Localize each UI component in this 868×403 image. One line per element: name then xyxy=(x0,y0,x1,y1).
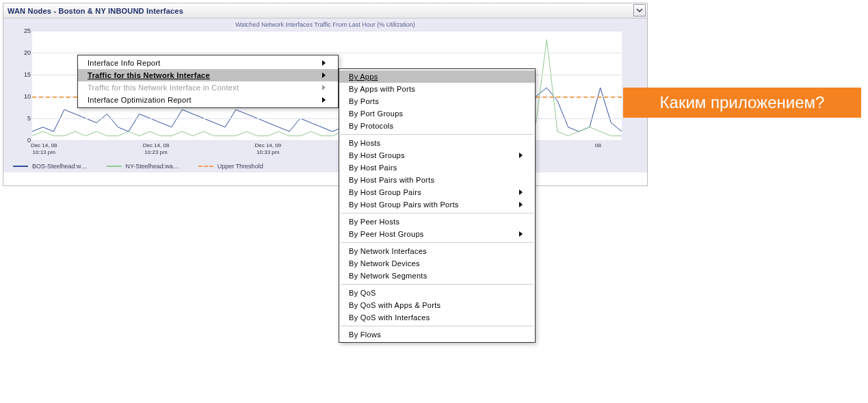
legend-item: BOS-Steelhead:w… xyxy=(13,163,88,170)
menu-item[interactable]: By Flows xyxy=(339,328,535,341)
menu-item[interactable]: By QoS with Apps & Ports xyxy=(339,299,535,311)
menu-separator xyxy=(341,134,534,135)
menu-item[interactable]: By Ports xyxy=(339,95,535,107)
panel-header: WAN Nodes - Boston & NY INBOUND Interfac… xyxy=(3,3,647,18)
menu-item-label: By Apps with Ports xyxy=(349,85,415,93)
menu-item[interactable]: By Host Groups xyxy=(339,149,535,161)
menu-item[interactable]: By Network Interfaces xyxy=(339,245,535,257)
menu-item[interactable]: By Apps with Ports xyxy=(339,83,535,95)
x-tick: Dec 14, 0810:13 pm xyxy=(23,142,64,155)
legend-item: Upper Threshold xyxy=(198,163,263,170)
y-axis: 0510152025 xyxy=(18,31,32,140)
menu-item[interactable]: By Host Pairs xyxy=(339,161,535,174)
legend-label: Upper Threshold xyxy=(218,163,263,170)
submenu-arrow-icon xyxy=(322,97,326,103)
legend-swatch xyxy=(13,166,28,167)
menu-separator xyxy=(341,284,534,285)
legend-swatch xyxy=(107,166,122,167)
menu-item-label: By Protocols xyxy=(349,122,393,130)
menu-item: Traffic for this Network Interface in Co… xyxy=(78,81,338,94)
panel-title: WAN Nodes - Boston & NY INBOUND Interfac… xyxy=(8,7,183,15)
menu-item[interactable]: By Port Groups xyxy=(339,107,535,120)
y-tick: 15 xyxy=(24,71,31,78)
menu-item[interactable]: Interface Info Report xyxy=(78,57,338,69)
menu-item[interactable]: By Hosts xyxy=(339,137,535,149)
chart-title: Watched Network Interfaces Traffic From … xyxy=(3,21,647,28)
y-tick: 5 xyxy=(27,115,31,122)
menu-item[interactable]: By Host Group Pairs xyxy=(339,186,535,198)
menu-item-label: By Ports xyxy=(349,97,379,105)
menu-item[interactable]: By QoS xyxy=(339,287,535,299)
legend-item: NY-Steelhead:wa… xyxy=(107,163,179,170)
menu-item-label: By Hosts xyxy=(349,139,380,147)
menu-item-label: By QoS with Apps & Ports xyxy=(349,301,440,309)
menu-item-label: Interface Optimization Report xyxy=(88,96,192,104)
legend-label: BOS-Steelhead:w… xyxy=(32,163,88,170)
menu-item[interactable]: By QoS with Interfaces xyxy=(339,311,535,324)
menu-item-label: By Peer Hosts xyxy=(349,218,399,226)
gridline xyxy=(32,53,622,53)
menu-separator xyxy=(341,326,534,326)
menu-item-label: By Network Interfaces xyxy=(349,247,427,255)
menu-item-label: Interface Info Report xyxy=(88,59,161,67)
chevron-down-icon xyxy=(636,7,643,14)
menu-item-label: By QoS with Interfaces xyxy=(349,313,430,322)
menu-item[interactable]: By Protocols xyxy=(339,120,535,132)
submenu-arrow-icon xyxy=(322,85,326,90)
menu-item-label: By QoS xyxy=(349,289,376,297)
submenu-arrow-icon xyxy=(519,202,523,207)
menu-separator xyxy=(341,213,534,213)
submenu-arrow-icon xyxy=(519,190,523,195)
menu-item-label: By Host Pairs xyxy=(349,164,397,172)
panel-dropdown-button[interactable] xyxy=(633,4,646,16)
chart-legend: BOS-Steelhead:w…NY-Steelhead:wa…Upper Th… xyxy=(13,163,263,170)
submenu-arrow-icon xyxy=(322,73,326,78)
menu-item-label: By Host Group Pairs with Ports xyxy=(349,200,459,209)
menu-item-label: By Peer Host Groups xyxy=(349,230,424,238)
menu-item[interactable]: By Network Segments xyxy=(339,270,535,282)
menu-item-label: By Host Pairs with Ports xyxy=(349,176,434,184)
menu-item-label: By Network Segments xyxy=(349,272,428,280)
submenu-arrow-icon xyxy=(519,153,523,158)
submenu-arrow-icon xyxy=(322,60,326,66)
y-tick: 20 xyxy=(24,49,31,56)
menu-item-label: By Apps xyxy=(349,73,378,81)
menu-item[interactable]: Interface Optimization Report xyxy=(78,94,338,106)
gridline xyxy=(32,31,622,31)
menu-item[interactable]: By Peer Hosts xyxy=(339,216,535,228)
menu-item-label: By Flows xyxy=(349,330,381,339)
submenu-arrow-icon xyxy=(519,231,523,237)
menu-item-label: By Network Devices xyxy=(349,259,420,268)
menu-item[interactable]: By Network Devices xyxy=(339,257,535,270)
x-tick: Dec 14, 0810:23 pm xyxy=(135,142,176,155)
x-tick: 08 xyxy=(578,142,619,149)
menu-item-label: By Host Group Pairs xyxy=(349,188,421,196)
callout-text: Каким приложением? xyxy=(660,93,825,112)
context-menu-primary: Interface Info ReportTraffic for this Ne… xyxy=(77,55,339,108)
menu-item[interactable]: Traffic for this Network Interface xyxy=(78,69,338,81)
y-tick: 25 xyxy=(24,27,31,34)
menu-item[interactable]: By Peer Host Groups xyxy=(339,228,535,240)
menu-item[interactable]: By Apps xyxy=(339,70,535,83)
menu-item-label: By Port Groups xyxy=(349,109,403,118)
menu-separator xyxy=(341,242,534,243)
menu-item-label: Traffic for this Network Interface in Co… xyxy=(88,83,239,92)
menu-item[interactable]: By Host Pairs with Ports xyxy=(339,174,535,186)
y-tick: 10 xyxy=(24,93,31,100)
menu-item-label: Traffic for this Network Interface xyxy=(88,71,210,79)
callout-annotation: Каким приложением? xyxy=(623,88,861,118)
legend-swatch xyxy=(198,166,213,167)
legend-label: NY-Steelhead:wa… xyxy=(126,163,179,170)
menu-item[interactable]: By Host Group Pairs with Ports xyxy=(339,198,535,211)
context-menu-sub: By AppsBy Apps with PortsBy PortsBy Port… xyxy=(339,68,536,343)
x-tick: Dec 14, 0910:33 pm xyxy=(248,142,289,155)
menu-item-label: By Host Groups xyxy=(349,151,405,159)
